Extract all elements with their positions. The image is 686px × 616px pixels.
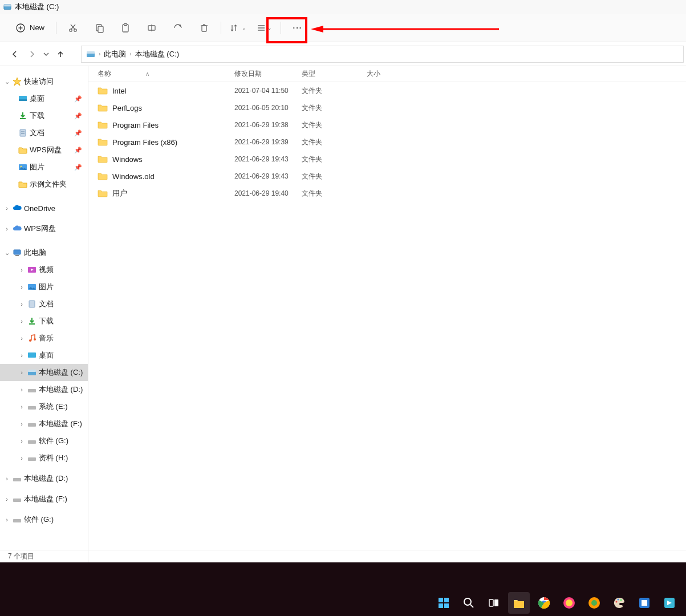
sidebar-wpscloud[interactable]: ›WPS网盘 [0,220,88,237]
breadcrumb-pc[interactable]: 此电脑 [104,49,126,59]
more-button[interactable]: ··· [286,18,310,38]
picture-icon [18,163,27,172]
file-row[interactable]: Windows 2021-06-29 19:43 文件夹 [88,151,686,168]
file-date: 2021-07-04 11:50 [234,87,302,95]
search-icon [462,597,475,609]
sidebar-thispc[interactable]: ⌄此电脑 [0,244,88,261]
sidebar-pictures2[interactable]: ›图片 [0,278,88,295]
drive-icon [27,385,36,394]
drive-icon [13,495,22,504]
sidebar-samples[interactable]: 示例文件夹 [0,176,88,193]
file-row[interactable]: 用户 2021-06-29 19:40 文件夹 [88,185,686,202]
sidebar-gdrive2[interactable]: ›软件 (G:) [0,511,88,528]
app4-taskbar[interactable] [659,592,680,614]
file-row[interactable]: Program Files 2021-06-29 19:38 文件夹 [88,116,686,133]
sidebar-ddrive[interactable]: ›本地磁盘 (D:) [0,381,88,398]
drive-icon [27,402,36,411]
svg-rect-43 [28,370,36,372]
copy-button[interactable] [87,18,111,38]
window-title: 本地磁盘 (C:) [15,2,59,12]
file-name: Windows.old [112,172,155,181]
download-icon [18,111,27,120]
search-button[interactable] [458,592,480,614]
chevron-right-icon: › [18,266,25,273]
svg-line-57 [470,605,473,607]
file-name-cell: Intel [98,86,234,95]
app3-taskbar[interactable] [634,592,655,614]
svg-rect-51 [13,519,21,522]
sidebar-ddrive2[interactable]: ›本地磁盘 (D:) [0,470,88,487]
chrome-taskbar[interactable] [533,592,555,614]
desktop-icon [27,351,36,360]
file-name: PerfLogs [112,104,142,112]
sidebar-pictures[interactable]: 图片📌 [0,159,88,176]
chevron-right-icon: › [18,403,25,410]
sidebar-fdrive[interactable]: ›本地磁盘 (F:) [0,415,88,432]
sidebar-edrive[interactable]: ›系统 (E:) [0,398,88,415]
sidebar-hdrive[interactable]: ›资料 (H:) [0,449,88,467]
file-row[interactable]: Intel 2021-07-04 11:50 文件夹 [88,82,686,99]
sidebar-videos[interactable]: ›视频 [0,261,88,278]
paste-button[interactable] [113,18,137,38]
sidebar-downloads2[interactable]: ›下载 [0,313,88,330]
file-name-cell: Program Files [98,120,234,129]
delete-button[interactable] [192,18,216,38]
svg-rect-38 [29,301,35,307]
file-row[interactable]: PerfLogs 2021-06-05 20:10 文件夹 [88,99,686,116]
svg-rect-23 [87,53,95,57]
svg-rect-34 [15,255,19,256]
col-date-header[interactable]: 修改日期 [234,69,302,79]
explorer-taskbar[interactable] [508,592,530,614]
chevron-right-icon: › [99,51,100,57]
separator [221,22,221,34]
sidebar-downloads[interactable]: 下载📌 [0,107,88,124]
file-row[interactable]: Windows.old 2021-06-29 19:43 文件夹 [88,168,686,185]
sidebar-documents[interactable]: 文档📌 [0,124,88,141]
svg-marker-25 [13,78,21,86]
sidebar-gdrive[interactable]: ›软件 (G:) [0,432,88,449]
sidebar-cdrive[interactable]: ›本地磁盘 (C:) [0,364,88,381]
folder-icon [98,172,108,181]
col-name-header[interactable]: 名称∧ [98,69,234,79]
chevron-down-icon: ⌄ [267,25,272,31]
forward-button[interactable] [25,47,39,61]
svg-point-6 [74,29,76,31]
up-button[interactable] [54,47,67,61]
desktop-icon [18,94,27,103]
address-bar[interactable]: › 此电脑 › 本地磁盘 (C:) [81,46,684,63]
cut-button[interactable] [61,18,85,38]
svg-point-32 [21,166,22,168]
file-name-cell: Program Files (x86) [98,137,234,147]
share-button[interactable] [166,18,190,38]
app2-taskbar[interactable] [583,592,605,614]
file-type: 文件夹 [302,172,367,181]
view-button[interactable]: ⌄ [252,18,276,38]
sort-button[interactable]: ⌄ [226,18,250,38]
sidebar-music[interactable]: ›音乐 [0,330,88,347]
sidebar-wps[interactable]: WPS网盘📌 [0,141,88,159]
sidebar-onedrive[interactable]: ›OneDrive [0,200,88,217]
back-button[interactable] [8,47,22,61]
sidebar-desktop[interactable]: 桌面📌 [0,90,88,107]
breadcrumb-drive[interactable]: 本地磁盘 (C:) [135,49,179,59]
sidebar-desktop2[interactable]: ›桌面 [0,347,88,364]
svg-rect-44 [28,389,36,392]
sidebar-documents2[interactable]: ›文档 [0,295,88,313]
recent-button[interactable] [42,47,50,61]
star-icon [13,77,22,86]
col-size-header[interactable]: 大小 [367,69,412,79]
paint-taskbar[interactable] [608,592,630,614]
new-button[interactable]: New [9,18,51,38]
taskview-button[interactable] [483,592,505,614]
col-type-header[interactable]: 类型 [302,69,367,79]
sort-asc-icon: ∧ [145,71,149,77]
orange-circle-icon [587,596,601,610]
sidebar-quick-access[interactable]: ⌄快速访问 [0,73,88,90]
start-button[interactable] [433,592,454,614]
pin-icon: 📌 [74,129,82,137]
file-row[interactable]: Program Files (x86) 2021-06-29 19:39 文件夹 [88,133,686,151]
app1-taskbar[interactable] [558,592,580,614]
sidebar-fdrive2[interactable]: ›本地磁盘 (F:) [0,491,88,508]
rename-button[interactable] [140,18,164,38]
svg-rect-28 [20,129,26,136]
